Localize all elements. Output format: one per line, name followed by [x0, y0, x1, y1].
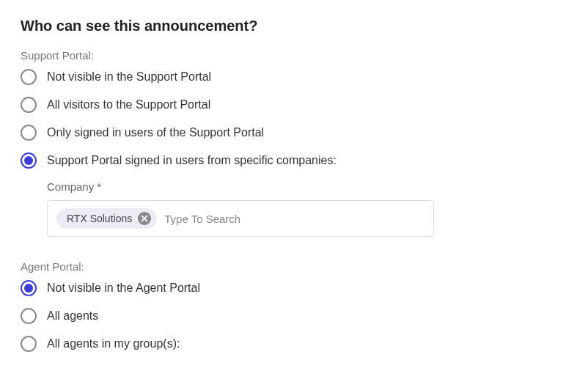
radio-specific-companies-support[interactable]: Support Portal signed in users from spec…: [21, 153, 567, 169]
radio-label: Not visible in the Agent Portal: [47, 282, 200, 295]
radio-icon: [21, 97, 37, 113]
radio-all-visitors-support[interactable]: All visitors to the Support Portal: [21, 97, 567, 113]
company-field-label: Company *: [47, 180, 567, 193]
agent-portal-label: Agent Portal:: [21, 260, 567, 273]
company-section: Company * RTX Solutions: [47, 180, 567, 237]
radio-icon: [21, 336, 37, 352]
radio-label: All agents: [47, 309, 98, 323]
company-chip: RTX Solutions: [56, 208, 157, 229]
radio-not-visible-agent[interactable]: Not visible in the Agent Portal: [21, 280, 567, 296]
company-chip-label: RTX Solutions: [67, 213, 132, 224]
radio-icon: [21, 125, 37, 141]
page-title: Who can see this announcement?: [21, 18, 567, 34]
close-icon[interactable]: [138, 212, 151, 225]
radio-signed-in-support[interactable]: Only signed in users of the Support Port…: [21, 125, 567, 141]
support-portal-label: Support Portal:: [21, 49, 567, 62]
company-input-container[interactable]: RTX Solutions: [47, 200, 434, 237]
radio-agents-in-groups[interactable]: All agents in my group(s):: [21, 336, 567, 352]
radio-label: All agents in my group(s):: [47, 337, 180, 350]
company-search-input[interactable]: [164, 213, 425, 225]
radio-icon-selected: [21, 280, 37, 296]
radio-label: Only signed in users of the Support Port…: [47, 126, 264, 139]
radio-not-visible-support[interactable]: Not visible in the Support Portal: [21, 69, 567, 85]
radio-icon-selected: [21, 153, 37, 169]
radio-label: Not visible in the Support Portal: [47, 70, 211, 84]
agent-portal-radio-group: Not visible in the Agent Portal All agen…: [21, 280, 567, 352]
radio-all-agents[interactable]: All agents: [21, 308, 567, 324]
support-portal-radio-group: Not visible in the Support Portal All vi…: [21, 69, 567, 169]
radio-label: All visitors to the Support Portal: [47, 98, 210, 111]
radio-icon: [21, 69, 37, 85]
radio-icon: [21, 308, 37, 324]
radio-label: Support Portal signed in users from spec…: [47, 154, 337, 167]
